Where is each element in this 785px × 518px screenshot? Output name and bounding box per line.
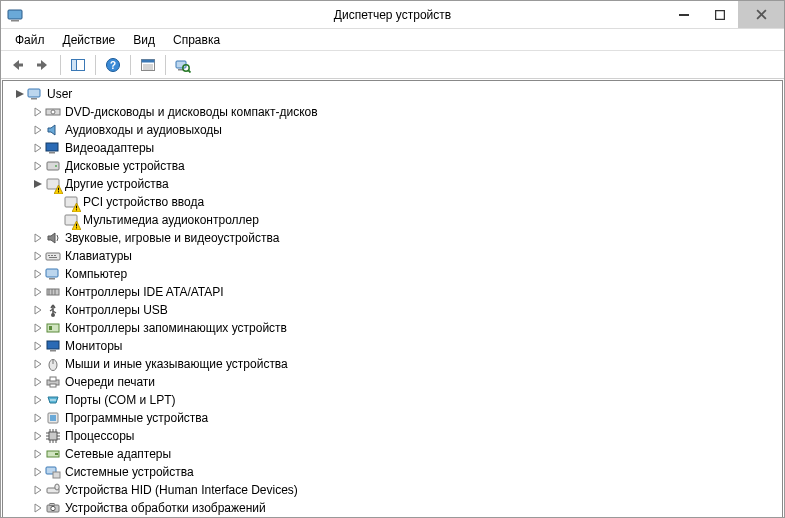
- tree-category-sound-game-video[interactable]: Звуковые, игровые и видеоустройства: [31, 229, 782, 247]
- expand-icon[interactable]: [31, 231, 45, 245]
- display-adapter-icon: [45, 140, 61, 156]
- svg-rect-1: [11, 20, 19, 22]
- svg-rect-86: [50, 504, 54, 506]
- menu-action[interactable]: Действие: [55, 32, 124, 48]
- scan-hardware-button[interactable]: [171, 54, 195, 76]
- expand-icon[interactable]: [31, 411, 45, 425]
- tree-category-ide-ata[interactable]: Контроллеры IDE ATA/ATAPI: [31, 283, 782, 301]
- node-label: PCI устройство ввода: [83, 195, 204, 209]
- properties-button[interactable]: [136, 54, 160, 76]
- svg-rect-31: [58, 191, 59, 192]
- device-tree[interactable]: User DVD-дисководы и дисководы компакт-д…: [2, 80, 783, 518]
- network-adapter-icon: [45, 446, 61, 462]
- show-hide-console-tree-button[interactable]: [66, 54, 90, 76]
- menu-help[interactable]: Справка: [165, 32, 228, 48]
- toolbar: ?: [1, 51, 784, 79]
- svg-text:?: ?: [110, 60, 116, 71]
- node-label: Порты (COM и LPT): [65, 393, 176, 407]
- expand-icon[interactable]: [31, 267, 45, 281]
- disk-drive-icon: [45, 158, 61, 174]
- expand-icon[interactable]: [31, 249, 45, 263]
- tree-category-hid[interactable]: Устройства HID (Human Interface Devices): [31, 481, 782, 499]
- close-button[interactable]: [738, 1, 784, 28]
- help-button[interactable]: ?: [101, 54, 125, 76]
- system-device-icon: [45, 464, 61, 480]
- unknown-device-icon: [63, 194, 79, 210]
- computer-icon: [45, 266, 61, 282]
- tree-category-audio-io[interactable]: Аудиовходы и аудиовыходы: [31, 121, 782, 139]
- toolbar-separator: [95, 55, 96, 75]
- svg-rect-42: [49, 257, 57, 258]
- tree-category-processors[interactable]: Процессоры: [31, 427, 782, 445]
- tree-category-monitors[interactable]: Мониторы: [31, 337, 782, 355]
- expand-icon[interactable]: [31, 105, 45, 119]
- software-device-icon: [45, 410, 61, 426]
- svg-rect-0: [8, 10, 22, 19]
- tree-category-imaging[interactable]: Устройства обработки изображений: [31, 499, 782, 517]
- svg-rect-64: [50, 415, 56, 421]
- tree-category-keyboards[interactable]: Клавиатуры: [31, 247, 782, 265]
- collapse-icon[interactable]: [13, 87, 27, 101]
- tree-device-multimedia-audio[interactable]: Мультимедиа аудиоконтроллер: [49, 211, 782, 229]
- maximize-button[interactable]: [702, 1, 738, 28]
- node-label: DVD-дисководы и дисководы компакт-дисков: [65, 105, 318, 119]
- nav-forward-button[interactable]: [31, 54, 55, 76]
- menu-view[interactable]: Вид: [125, 32, 163, 48]
- svg-rect-2: [679, 14, 689, 16]
- expand-icon[interactable]: [31, 501, 45, 515]
- node-label: Мыши и иные указывающие устройства: [65, 357, 288, 371]
- node-label: Очереди печати: [65, 375, 155, 389]
- toolbar-separator: [130, 55, 131, 75]
- svg-rect-39: [48, 255, 50, 256]
- expand-icon[interactable]: [31, 447, 45, 461]
- expand-icon[interactable]: [31, 465, 45, 479]
- nav-back-button[interactable]: [5, 54, 29, 76]
- tree-category-mice[interactable]: Мыши и иные указывающие устройства: [31, 355, 782, 373]
- expand-icon[interactable]: [31, 285, 45, 299]
- tree-category-system-devices[interactable]: Системные устройства: [31, 463, 782, 481]
- tree-device-pci-input[interactable]: PCI устройство ввода: [49, 193, 782, 211]
- node-label: Устройства HID (Human Interface Devices): [65, 483, 298, 497]
- expand-icon[interactable]: [31, 141, 45, 155]
- svg-rect-9: [72, 59, 77, 70]
- tree-category-disk-drives[interactable]: Дисковые устройства: [31, 157, 782, 175]
- expand-icon[interactable]: [31, 357, 45, 371]
- tree-root-label: User: [47, 87, 72, 101]
- unknown-device-icon: [63, 212, 79, 228]
- node-label: Мультимедиа аудиоконтроллер: [83, 213, 259, 227]
- collapse-icon[interactable]: [31, 177, 45, 191]
- node-label: Сетевые адаптеры: [65, 447, 171, 461]
- expand-icon[interactable]: [31, 429, 45, 443]
- tree-category-ports[interactable]: Порты (COM и LPT): [31, 391, 782, 409]
- tree-category-network-adapters[interactable]: Сетевые адаптеры: [31, 445, 782, 463]
- storage-controller-icon: [45, 320, 61, 336]
- tree-category-storage-controllers[interactable]: Контроллеры запоминающих устройств: [31, 319, 782, 337]
- expand-icon[interactable]: [31, 321, 45, 335]
- tree-category-other-devices[interactable]: Другие устройства: [31, 175, 782, 193]
- expand-icon[interactable]: [31, 375, 45, 389]
- expand-icon[interactable]: [31, 483, 45, 497]
- node-label: Аудиовходы и аудиовыходы: [65, 123, 222, 137]
- svg-point-28: [55, 165, 57, 167]
- tree-category-computer[interactable]: Компьютер: [31, 265, 782, 283]
- tree-root[interactable]: User: [13, 85, 782, 103]
- expand-icon[interactable]: [31, 123, 45, 137]
- tree-category-software-devices[interactable]: Программные устройства: [31, 409, 782, 427]
- svg-point-60: [50, 399, 52, 401]
- expand-icon[interactable]: [31, 339, 45, 353]
- tree-category-print-queues[interactable]: Очереди печати: [31, 373, 782, 391]
- expand-icon[interactable]: [31, 159, 45, 173]
- menu-file[interactable]: Файл: [7, 32, 53, 48]
- expand-icon[interactable]: [31, 303, 45, 317]
- tree-category-usb[interactable]: Контроллеры USB: [31, 301, 782, 319]
- node-label: Видеоадаптеры: [65, 141, 154, 155]
- imaging-device-icon: [45, 500, 61, 516]
- tree-category-video-adapters[interactable]: Видеоадаптеры: [31, 139, 782, 157]
- computer-icon: [27, 86, 43, 102]
- minimize-button[interactable]: [666, 1, 702, 28]
- expand-icon[interactable]: [31, 393, 45, 407]
- svg-rect-30: [58, 188, 59, 191]
- svg-rect-13: [142, 59, 155, 62]
- node-label: Клавиатуры: [65, 249, 132, 263]
- tree-category-dvd[interactable]: DVD-дисководы и дисководы компакт-дисков: [31, 103, 782, 121]
